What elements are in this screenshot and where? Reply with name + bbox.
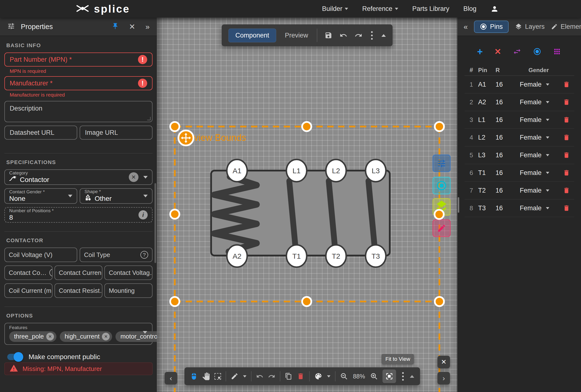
- pin-row[interactable]: 6T116 Female: [464, 164, 574, 182]
- palette-menu-icon[interactable]: [327, 375, 330, 378]
- tab-element[interactable]: Element: [551, 23, 581, 30]
- delete-button[interactable]: [297, 373, 304, 380]
- feature-chip[interactable]: three_pole✕: [9, 331, 56, 342]
- contact-resistance-field[interactable]: Contact Resist…: [54, 283, 103, 298]
- swap-pins-button[interactable]: [513, 47, 522, 56]
- collapse-panel-icon[interactable]: »: [146, 23, 150, 30]
- pin-row[interactable]: 1A116 Female: [464, 76, 574, 93]
- gender-select[interactable]: Female: [520, 204, 559, 212]
- style-palette-button[interactable]: [314, 372, 322, 381]
- clear-category-icon[interactable]: ✕: [129, 172, 138, 182]
- public-toggle[interactable]: [7, 354, 22, 360]
- more-tools-button[interactable]: [401, 372, 405, 381]
- pin-row[interactable]: 3L116 Female: [464, 111, 574, 129]
- delete-pin-button[interactable]: [559, 151, 574, 159]
- draw-tool-menu-icon[interactable]: [243, 375, 246, 378]
- zoom-level[interactable]: 88%: [352, 373, 366, 380]
- pin-row[interactable]: 2A216 Female: [464, 93, 574, 111]
- gender-select[interactable]: Female: [520, 134, 559, 141]
- feature-chip[interactable]: high_current✕: [60, 331, 112, 342]
- canvas-quick-buttons[interactable]: [433, 155, 450, 237]
- pin-row[interactable]: 4L216 Female: [464, 129, 574, 146]
- tab-layers[interactable]: Layers: [515, 23, 545, 30]
- delete-pin-button[interactable]: [559, 187, 574, 194]
- remove-chip-icon[interactable]: ✕: [102, 333, 110, 341]
- image-url-field[interactable]: Image URL: [80, 126, 152, 140]
- nav-item-blog[interactable]: Blog: [463, 5, 476, 12]
- collapse-toolbar-icon[interactable]: [382, 34, 386, 37]
- gender-select[interactable]: Female: [520, 98, 559, 106]
- collapse-right-panel-button[interactable]: ›: [438, 372, 450, 385]
- editor-canvas[interactable]: Preview Bounds A1 L1 L2 L3 A2 T1 T2 T3: [157, 18, 457, 392]
- delete-pin-button[interactable]: [559, 116, 574, 123]
- zoom-in-button[interactable]: [370, 373, 378, 380]
- contact-configuration-field[interactable]: Contact Co…?: [4, 265, 52, 280]
- delete-pin-button[interactable]: [559, 204, 574, 212]
- pin-row[interactable]: 5L316 Female: [464, 146, 574, 164]
- pin-mode-button[interactable]: [533, 47, 541, 56]
- delete-pin-button[interactable]: [559, 134, 574, 141]
- mounting-field[interactable]: Mounting: [104, 283, 152, 298]
- gender-select[interactable]: Female: [520, 151, 559, 159]
- save-button[interactable]: [325, 31, 332, 39]
- contact-current-field[interactable]: Contact Curren…: [54, 265, 103, 280]
- nav-item-reference[interactable]: Reference: [362, 5, 398, 12]
- undo-button[interactable]: [256, 373, 264, 380]
- datasheet-url-field[interactable]: Datasheet URL: [4, 126, 77, 140]
- tab-component[interactable]: Component: [228, 28, 276, 42]
- gender-select[interactable]: Female: [520, 169, 559, 177]
- help-icon[interactable]: ?: [50, 269, 52, 277]
- help-icon[interactable]: ?: [140, 251, 148, 259]
- close-canvas-button[interactable]: ✕: [438, 356, 450, 368]
- collapse-panel-icon[interactable]: «: [464, 23, 468, 30]
- pan-tool-button[interactable]: [202, 373, 210, 380]
- grid-view-button[interactable]: [553, 47, 561, 56]
- pin-row[interactable]: 7T216 Female: [464, 182, 574, 199]
- coil-current-field[interactable]: Coil Current (m…: [4, 283, 52, 298]
- panel-scrollbar[interactable]: [458, 197, 459, 213]
- collapse-left-panel-button[interactable]: ‹: [164, 372, 177, 385]
- move-bounds-handle[interactable]: [178, 130, 194, 145]
- pin-row[interactable]: 8T316 Female: [464, 199, 574, 217]
- nav-item-parts-library[interactable]: Parts Library: [412, 5, 449, 12]
- gender-select[interactable]: Female: [520, 187, 559, 194]
- add-pin-button[interactable]: +: [477, 46, 483, 57]
- coil-voltage-field[interactable]: Coil Voltage (V): [4, 248, 77, 262]
- delete-pin-button[interactable]: [559, 98, 574, 106]
- copy-button[interactable]: [285, 373, 292, 380]
- chevron-down-icon[interactable]: [143, 176, 148, 179]
- delete-pin-button[interactable]: [559, 169, 574, 176]
- mpn-field[interactable]: Part Number (MPN) * !: [4, 52, 152, 66]
- contact-voltage-field[interactable]: Contact Voltag…: [104, 265, 152, 280]
- features-field[interactable]: Features three_pole✕ high_current✕ motor…: [4, 323, 152, 345]
- tab-preview[interactable]: Preview: [284, 29, 310, 42]
- chevron-down-icon[interactable]: [143, 331, 147, 334]
- undo-button[interactable]: [340, 31, 348, 39]
- description-field[interactable]: Description: [4, 101, 152, 122]
- more-options-button[interactable]: [370, 31, 374, 40]
- marquee-select-button[interactable]: [214, 373, 221, 380]
- close-panel-icon[interactable]: ✕: [129, 23, 135, 30]
- pin-panel-icon[interactable]: [112, 22, 119, 31]
- remove-chip-icon[interactable]: ✕: [46, 333, 54, 341]
- shape-select[interactable]: Shape * Other: [80, 188, 152, 204]
- redo-button[interactable]: [268, 373, 275, 380]
- select-tool-button[interactable]: [190, 372, 198, 381]
- delete-pins-button[interactable]: ✕: [494, 47, 501, 56]
- fit-to-view-button[interactable]: [382, 370, 396, 383]
- component-body[interactable]: [211, 171, 390, 256]
- nav-item-builder[interactable]: Builder: [322, 5, 348, 12]
- delete-pin-button[interactable]: [559, 81, 574, 88]
- tab-pins[interactable]: Pins: [474, 20, 508, 33]
- user-account-icon[interactable]: [490, 5, 499, 13]
- manufacturer-field[interactable]: Manufacturer * !: [4, 76, 152, 90]
- brand-logo[interactable]: splice: [76, 3, 130, 15]
- category-select[interactable]: Category Contactor ✕: [4, 169, 152, 185]
- info-icon[interactable]: i: [138, 210, 148, 219]
- feature-chip[interactable]: motor_control✕: [116, 331, 157, 342]
- gender-select[interactable]: Female: [520, 81, 559, 88]
- coil-type-field[interactable]: Coil Type?: [80, 248, 152, 262]
- draw-tool-button[interactable]: [231, 373, 238, 380]
- gender-select[interactable]: Female: [520, 116, 559, 124]
- contact-gender-select[interactable]: Contact Gender * None: [4, 188, 77, 204]
